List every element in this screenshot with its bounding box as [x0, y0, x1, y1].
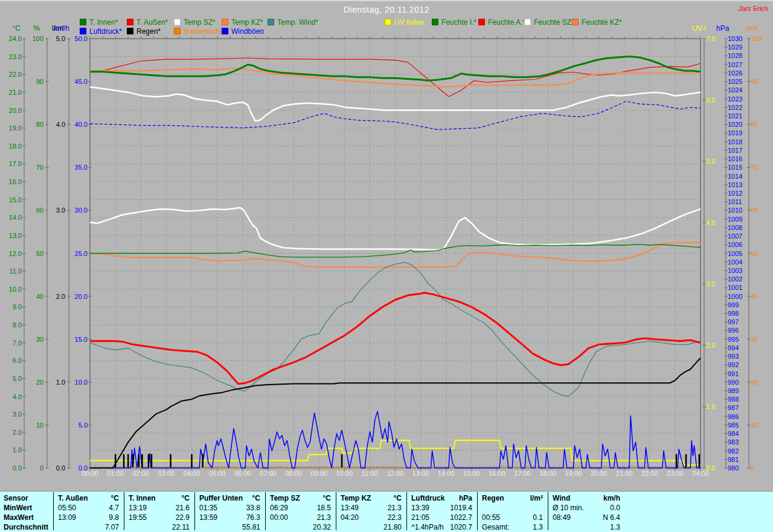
x-axis-label: 23:00 — [664, 470, 686, 477]
table-cell-value: 22.11 — [129, 523, 190, 531]
table-divider — [406, 492, 407, 530]
x-axis-label: 16:00 — [486, 470, 508, 477]
x-axis-label: 13:00 — [410, 470, 432, 477]
x-axis-label: 07:00 — [257, 470, 279, 477]
table-cell-value: 18.5 — [270, 504, 331, 512]
table-cell-value: 1019.4 — [411, 504, 472, 512]
x-axis-label: 05:00 — [207, 470, 228, 477]
summary-table: SensorMinWertMaxWertDurchschnittT. Außen… — [0, 487, 773, 532]
table-row-label: Durchschnitt — [4, 523, 48, 531]
x-axis-label: 06:00 — [232, 470, 254, 477]
table-cell-value: 21.6 — [129, 504, 190, 512]
table-cell-value: 1.3 — [482, 523, 543, 531]
x-axis-label: 03:00 — [155, 470, 177, 477]
x-axis-label: 09:00 — [308, 470, 330, 477]
x-axis-label: 02:00 — [130, 470, 152, 477]
table-divider — [548, 492, 548, 530]
x-axis-label: 17:00 — [512, 470, 533, 477]
table-row-label: MinWert — [4, 504, 32, 512]
table-header-unit: l/m² — [482, 494, 543, 502]
x-axis-label: 01:00 — [104, 470, 126, 477]
table-cell-value: 1.3 — [553, 523, 620, 531]
table-divider — [194, 492, 195, 530]
x-axis-label: 14:00 — [435, 470, 457, 477]
table-cell-value: 7.07 — [58, 523, 119, 531]
table-row-label: MaxWert — [4, 513, 34, 522]
table-cell-value: 22.3 — [341, 513, 402, 522]
table-cell-value: 4.7 — [58, 504, 119, 512]
table-cell-value: 21.80 — [341, 523, 402, 531]
table-divider — [336, 492, 336, 530]
table-cell-value: 20.32 — [270, 523, 331, 531]
table-cell-value: 0.1 — [482, 513, 543, 522]
table-divider — [265, 492, 266, 530]
x-axis-label: 24:00 — [690, 470, 711, 477]
table-cell-value: 55.81 — [199, 523, 260, 531]
table-cell-value: 76.3 — [199, 513, 260, 522]
table-header-unit: °C — [129, 494, 190, 502]
table-cell-value: 22.9 — [129, 513, 190, 522]
table-cell-value: 1022.7 — [411, 513, 472, 522]
x-axis-label: 10:00 — [333, 470, 355, 477]
table-header-unit: °C — [270, 494, 331, 502]
table-cell-value: 21.3 — [270, 513, 331, 522]
table-header-unit: °C — [199, 494, 260, 502]
x-axis-label: 18:00 — [537, 470, 559, 477]
x-axis-label: 20:00 — [588, 470, 610, 477]
series-line-t-au-en — [90, 293, 701, 384]
table-divider — [477, 492, 478, 530]
x-axis-label: 08:00 — [283, 470, 304, 477]
weather-chart-window: Dienstag, 20.11.2012 Jarz Erich T. Innen… — [0, 0, 773, 532]
table-header-unit: hPa — [411, 494, 472, 502]
table-header-unit: °C — [341, 494, 402, 502]
x-axis-label: 22:00 — [639, 470, 661, 477]
table-cell-value: 33.8 — [199, 504, 260, 512]
table-cell-value: 9.8 — [58, 513, 119, 522]
x-axis-label: 15:00 — [461, 470, 483, 477]
chart-plot — [0, 1, 773, 487]
table-cell-value: 21.3 — [341, 504, 402, 512]
table-divider — [53, 492, 54, 530]
table-cell-value: N 6.4 — [553, 513, 620, 522]
x-axis-label: 12:00 — [385, 470, 406, 477]
x-axis-label: 00:00 — [79, 470, 101, 477]
table-header-unit: °C — [58, 494, 119, 502]
table-header-unit: km/h — [553, 494, 620, 502]
table-cell-value: 1020.7 — [411, 523, 472, 531]
x-axis-label: 11:00 — [359, 470, 380, 477]
x-axis-label: 04:00 — [181, 470, 203, 477]
x-axis-label: 21:00 — [614, 470, 635, 477]
x-axis-label: 19:00 — [562, 470, 584, 477]
table-cell-value: 0.0 — [553, 504, 620, 512]
table-row-label: Sensor — [4, 494, 28, 502]
table-divider — [124, 492, 124, 530]
